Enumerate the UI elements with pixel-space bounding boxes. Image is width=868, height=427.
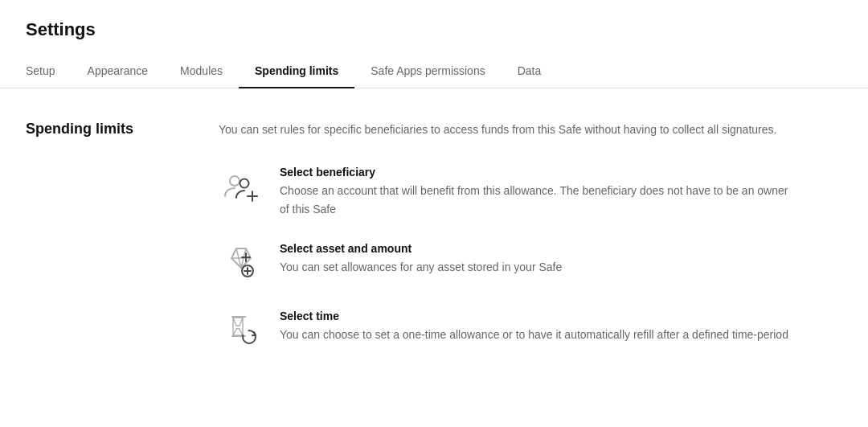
feature-desc-beneficiary: Choose an account that will benefit from… (280, 182, 797, 218)
feature-text-asset: Select asset and amount You can set allo… (280, 240, 797, 276)
feature-item-beneficiary: Select beneficiary Choose an account tha… (219, 164, 797, 218)
feature-title-beneficiary: Select beneficiary (280, 166, 797, 179)
tab-data[interactable]: Data (502, 53, 558, 88)
feature-desc-asset: You can set allowances for any asset sto… (280, 258, 797, 276)
feature-title-time: Select time (280, 310, 797, 322)
svg-point-0 (230, 176, 240, 186)
asset-icon (219, 240, 264, 285)
svg-point-1 (240, 179, 249, 188)
tab-modules[interactable]: Modules (164, 53, 239, 88)
feature-desc-time: You can choose to set a one-time allowan… (280, 326, 797, 343)
feature-text-time: Select time You can choose to set a one-… (280, 308, 797, 343)
content-area: Spending limits You can set rules for sp… (0, 88, 868, 385)
tab-safe-apps-permissions[interactable]: Safe Apps permissions (354, 53, 501, 88)
intro-text: You can set rules for specific beneficia… (219, 121, 797, 138)
section-body: You can set rules for specific beneficia… (219, 121, 797, 353)
tabs-bar: Setup Appearance Modules Spending limits… (0, 53, 868, 88)
feature-text-beneficiary: Select beneficiary Choose an account tha… (280, 164, 797, 218)
section-title: Spending limits (26, 121, 186, 353)
feature-item-time: Select time You can choose to set a one-… (219, 308, 797, 353)
page-wrapper: Settings Setup Appearance Modules Spendi… (0, 0, 868, 427)
feature-list: Select beneficiary Choose an account tha… (219, 164, 797, 353)
time-icon (219, 308, 264, 353)
feature-title-asset: Select asset and amount (280, 242, 797, 255)
feature-item-asset: Select asset and amount You can set allo… (219, 240, 797, 285)
tab-spending-limits[interactable]: Spending limits (239, 53, 354, 88)
tab-setup[interactable]: Setup (26, 53, 72, 88)
tab-appearance[interactable]: Appearance (72, 53, 165, 88)
page-title: Settings (0, 0, 868, 53)
beneficiary-icon (219, 164, 264, 209)
